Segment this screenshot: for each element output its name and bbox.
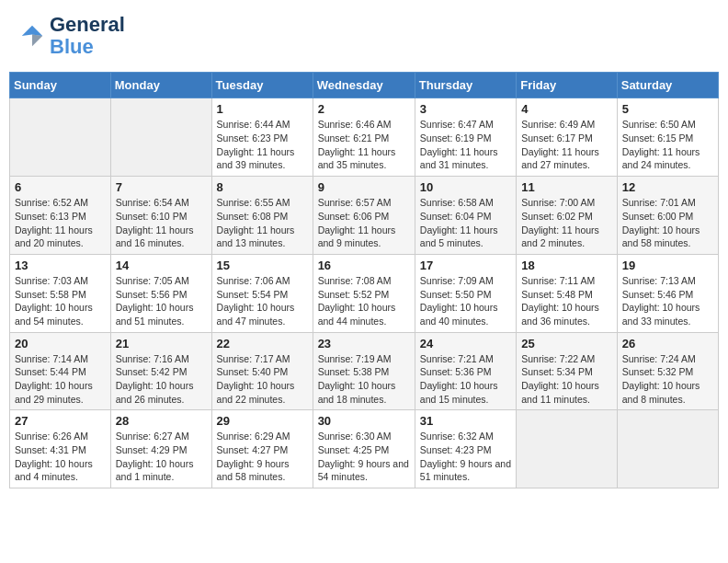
calendar-cell: 30Sunrise: 6:30 AMSunset: 4:25 PMDayligh… bbox=[313, 410, 415, 488]
calendar-cell: 28Sunrise: 6:27 AMSunset: 4:29 PMDayligh… bbox=[110, 410, 211, 488]
weekday-header-monday: Monday bbox=[110, 73, 211, 98]
calendar-cell: 15Sunrise: 7:06 AMSunset: 5:54 PMDayligh… bbox=[211, 254, 313, 332]
day-info: Sunrise: 6:49 AMSunset: 6:17 PMDaylight:… bbox=[521, 118, 612, 172]
day-number: 28 bbox=[116, 414, 207, 428]
calendar-cell bbox=[110, 98, 211, 177]
calendar-cell: 20Sunrise: 7:14 AMSunset: 5:44 PMDayligh… bbox=[10, 332, 111, 410]
calendar-cell: 27Sunrise: 6:26 AMSunset: 4:31 PMDayligh… bbox=[10, 410, 111, 488]
day-number: 18 bbox=[521, 259, 612, 272]
day-info: Sunrise: 6:52 AMSunset: 6:13 PMDaylight:… bbox=[15, 196, 106, 250]
day-info: Sunrise: 6:32 AMSunset: 4:23 PMDaylight:… bbox=[420, 430, 511, 484]
calendar-cell: 25Sunrise: 7:22 AMSunset: 5:34 PMDayligh… bbox=[517, 332, 618, 410]
day-info: Sunrise: 7:08 AMSunset: 5:52 PMDaylight:… bbox=[318, 274, 410, 328]
calendar-cell: 13Sunrise: 7:03 AMSunset: 5:58 PMDayligh… bbox=[10, 254, 111, 332]
day-number: 16 bbox=[318, 259, 410, 272]
day-info: Sunrise: 6:54 AMSunset: 6:10 PMDaylight:… bbox=[116, 196, 207, 250]
calendar-cell: 31Sunrise: 6:32 AMSunset: 4:23 PMDayligh… bbox=[415, 410, 516, 488]
day-number: 27 bbox=[15, 414, 106, 428]
calendar-cell: 14Sunrise: 7:05 AMSunset: 5:56 PMDayligh… bbox=[110, 254, 211, 332]
weekday-header-sunday: Sunday bbox=[10, 73, 111, 98]
day-info: Sunrise: 7:24 AMSunset: 5:32 PMDaylight:… bbox=[622, 352, 713, 407]
calendar-cell: 29Sunrise: 6:29 AMSunset: 4:27 PMDayligh… bbox=[211, 410, 313, 488]
calendar-cell: 12Sunrise: 7:01 AMSunset: 6:00 PMDayligh… bbox=[617, 177, 718, 255]
day-info: Sunrise: 6:30 AMSunset: 4:25 PMDaylight:… bbox=[318, 430, 410, 484]
calendar-table: SundayMondayTuesdayWednesdayThursdayFrid… bbox=[9, 72, 719, 488]
svg-marker-0 bbox=[22, 26, 43, 36]
day-info: Sunrise: 7:01 AMSunset: 6:00 PMDaylight:… bbox=[622, 196, 713, 250]
day-info: Sunrise: 7:19 AMSunset: 5:38 PMDaylight:… bbox=[318, 352, 410, 407]
calendar-cell: 10Sunrise: 6:58 AMSunset: 6:04 PMDayligh… bbox=[415, 177, 516, 255]
calendar-cell: 19Sunrise: 7:13 AMSunset: 5:46 PMDayligh… bbox=[617, 254, 718, 332]
calendar-cell: 3Sunrise: 6:47 AMSunset: 6:19 PMDaylight… bbox=[415, 98, 516, 177]
calendar-cell: 5Sunrise: 6:50 AMSunset: 6:15 PMDaylight… bbox=[617, 98, 718, 177]
day-info: Sunrise: 7:14 AMSunset: 5:44 PMDaylight:… bbox=[15, 352, 106, 407]
day-info: Sunrise: 6:44 AMSunset: 6:23 PMDaylight:… bbox=[217, 118, 308, 172]
calendar-cell bbox=[10, 98, 111, 177]
calendar-cell: 2Sunrise: 6:46 AMSunset: 6:21 PMDaylight… bbox=[313, 98, 415, 177]
day-number: 17 bbox=[420, 259, 511, 272]
calendar-cell: 11Sunrise: 7:00 AMSunset: 6:02 PMDayligh… bbox=[517, 177, 618, 255]
calendar-cell: 18Sunrise: 7:11 AMSunset: 5:48 PMDayligh… bbox=[517, 254, 618, 332]
day-number: 26 bbox=[622, 337, 713, 350]
weekday-header-friday: Friday bbox=[517, 73, 618, 98]
day-number: 12 bbox=[622, 180, 713, 194]
calendar-cell: 4Sunrise: 6:49 AMSunset: 6:17 PMDaylight… bbox=[517, 98, 618, 177]
logo-icon bbox=[18, 22, 46, 50]
day-number: 29 bbox=[217, 414, 308, 428]
day-info: Sunrise: 7:16 AMSunset: 5:42 PMDaylight:… bbox=[116, 352, 207, 407]
day-number: 2 bbox=[318, 102, 410, 116]
day-number: 31 bbox=[420, 414, 511, 428]
day-info: Sunrise: 7:11 AMSunset: 5:48 PMDaylight:… bbox=[521, 274, 612, 328]
calendar-cell: 6Sunrise: 6:52 AMSunset: 6:13 PMDaylight… bbox=[10, 177, 111, 255]
calendar-cell: 22Sunrise: 7:17 AMSunset: 5:40 PMDayligh… bbox=[211, 332, 313, 410]
calendar-cell bbox=[617, 410, 718, 488]
day-info: Sunrise: 6:50 AMSunset: 6:15 PMDaylight:… bbox=[622, 118, 713, 172]
day-info: Sunrise: 6:46 AMSunset: 6:21 PMDaylight:… bbox=[318, 118, 410, 172]
svg-marker-1 bbox=[32, 35, 42, 47]
day-number: 6 bbox=[15, 180, 106, 194]
calendar-cell: 23Sunrise: 7:19 AMSunset: 5:38 PMDayligh… bbox=[313, 332, 415, 410]
day-info: Sunrise: 7:22 AMSunset: 5:34 PMDaylight:… bbox=[521, 352, 612, 407]
day-number: 22 bbox=[217, 337, 308, 350]
calendar-cell: 7Sunrise: 6:54 AMSunset: 6:10 PMDaylight… bbox=[110, 177, 211, 255]
calendar-cell: 21Sunrise: 7:16 AMSunset: 5:42 PMDayligh… bbox=[110, 332, 211, 410]
day-number: 8 bbox=[217, 180, 308, 194]
calendar-cell: 17Sunrise: 7:09 AMSunset: 5:50 PMDayligh… bbox=[415, 254, 516, 332]
calendar-cell: 1Sunrise: 6:44 AMSunset: 6:23 PMDaylight… bbox=[211, 98, 313, 177]
weekday-header-tuesday: Tuesday bbox=[211, 73, 313, 98]
day-info: Sunrise: 7:06 AMSunset: 5:54 PMDaylight:… bbox=[217, 274, 308, 328]
calendar-cell: 16Sunrise: 7:08 AMSunset: 5:52 PMDayligh… bbox=[313, 254, 415, 332]
weekday-header-thursday: Thursday bbox=[415, 73, 516, 98]
day-number: 15 bbox=[217, 259, 308, 272]
day-number: 1 bbox=[217, 102, 308, 116]
day-number: 3 bbox=[420, 102, 511, 116]
day-number: 5 bbox=[622, 102, 713, 116]
day-number: 7 bbox=[116, 180, 207, 194]
day-number: 24 bbox=[420, 337, 511, 350]
day-number: 4 bbox=[521, 102, 612, 116]
day-number: 13 bbox=[15, 259, 106, 272]
day-info: Sunrise: 7:21 AMSunset: 5:36 PMDaylight:… bbox=[420, 352, 511, 407]
day-info: Sunrise: 7:05 AMSunset: 5:56 PMDaylight:… bbox=[116, 274, 207, 328]
day-number: 10 bbox=[420, 180, 511, 194]
day-number: 11 bbox=[521, 180, 612, 194]
day-number: 9 bbox=[318, 180, 410, 194]
calendar-cell: 24Sunrise: 7:21 AMSunset: 5:36 PMDayligh… bbox=[415, 332, 516, 410]
day-number: 23 bbox=[318, 337, 410, 350]
weekday-header-wednesday: Wednesday bbox=[313, 73, 415, 98]
logo-text: GeneralBlue bbox=[50, 14, 125, 58]
day-info: Sunrise: 6:57 AMSunset: 6:06 PMDaylight:… bbox=[318, 196, 410, 250]
calendar-cell bbox=[517, 410, 618, 488]
day-info: Sunrise: 7:17 AMSunset: 5:40 PMDaylight:… bbox=[217, 352, 308, 407]
day-info: Sunrise: 6:27 AMSunset: 4:29 PMDaylight:… bbox=[116, 430, 207, 484]
day-number: 20 bbox=[15, 337, 106, 350]
day-number: 14 bbox=[116, 259, 207, 272]
day-info: Sunrise: 6:58 AMSunset: 6:04 PMDaylight:… bbox=[420, 196, 511, 250]
weekday-header-saturday: Saturday bbox=[617, 73, 718, 98]
day-number: 30 bbox=[318, 414, 410, 428]
day-info: Sunrise: 6:55 AMSunset: 6:08 PMDaylight:… bbox=[217, 196, 308, 250]
day-number: 25 bbox=[521, 337, 612, 350]
day-info: Sunrise: 6:47 AMSunset: 6:19 PMDaylight:… bbox=[420, 118, 511, 172]
day-number: 19 bbox=[622, 259, 713, 272]
calendar-cell: 8Sunrise: 6:55 AMSunset: 6:08 PMDaylight… bbox=[211, 177, 313, 255]
